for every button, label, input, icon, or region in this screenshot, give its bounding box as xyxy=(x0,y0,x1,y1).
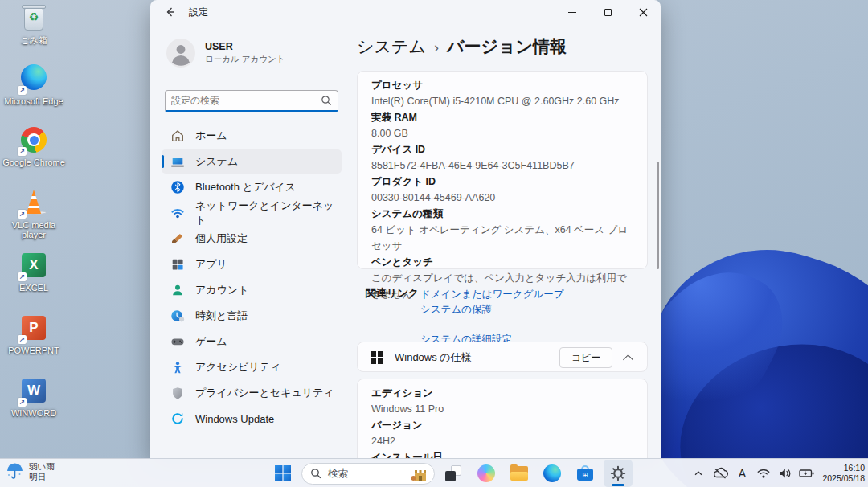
spec-label: デバイス ID xyxy=(371,141,636,158)
nav-label: 個人用設定 xyxy=(195,231,248,246)
desktop-icon-label: Microsoft Edge xyxy=(2,96,66,106)
nav-item-system[interactable]: システム xyxy=(162,149,342,174)
device-specs-card: プロセッサ Intel(R) Core(TM) i5-4210M CPU @ 2… xyxy=(357,71,648,269)
copy-button[interactable]: コピー xyxy=(559,347,612,368)
desktop-icon-label: ごみ箱 xyxy=(2,35,66,45)
copilot-button[interactable] xyxy=(472,460,501,487)
weather-day: 明日 xyxy=(29,472,55,482)
system-icon xyxy=(170,154,185,169)
settings-search-input[interactable] xyxy=(171,92,316,109)
wifi-button[interactable] xyxy=(755,463,772,484)
shortcut-arrow-icon: ↗ xyxy=(18,272,27,281)
maximize-icon xyxy=(604,9,612,16)
spec-row: インストール日 xyxy=(371,449,636,458)
nav-item-bluetooth-devices[interactable]: Bluetooth とデバイス xyxy=(162,175,342,199)
desktop-icon-edge[interactable]: ↗ Microsoft Edge xyxy=(2,63,66,122)
tray-time: 16:10 xyxy=(822,463,865,473)
collapse-chevron-icon[interactable] xyxy=(623,354,633,365)
desktop-icon-label: WINWORD xyxy=(2,408,66,418)
task-view-icon xyxy=(445,465,461,481)
breadcrumb-separator: › xyxy=(434,39,439,55)
windows-spec-title: Windows の仕様 xyxy=(395,342,472,373)
desktop-icon-powerpoint[interactable]: P ↗ POWERPNT xyxy=(2,313,66,373)
weather-condition: 弱い雨 xyxy=(29,461,55,472)
link-domain-workgroup[interactable]: ドメインまたはワークグループ xyxy=(420,288,564,301)
edge-icon: ↗ xyxy=(19,64,48,95)
minimize-icon xyxy=(568,12,576,13)
back-button[interactable] xyxy=(158,2,181,22)
file-explorer-button[interactable] xyxy=(505,460,534,487)
nav-label: Bluetooth とデバイス xyxy=(195,180,296,194)
umbrella-rain-icon xyxy=(5,462,24,481)
user-account[interactable]: USER ローカル アカウント xyxy=(166,39,285,68)
back-arrow-icon xyxy=(163,6,176,18)
close-button[interactable] xyxy=(625,0,661,24)
settings-sidebar: USER ローカル アカウント ホーム xyxy=(150,24,351,458)
nav-item-windows-update[interactable]: Windows Update xyxy=(162,407,342,431)
windows-logo-icon xyxy=(371,351,383,364)
spec-row: プロセッサ Intel(R) Core(TM) i5-4210M CPU @ 2… xyxy=(371,77,636,109)
word-icon: W ↗ xyxy=(19,376,48,407)
account-type: ローカル アカウント xyxy=(205,54,285,65)
search-icon xyxy=(321,95,332,106)
battery-charging-icon xyxy=(799,468,815,479)
battery-button[interactable] xyxy=(799,463,815,484)
spec-value: 8.00 GB xyxy=(371,125,636,141)
taskbar-search-box[interactable]: 検索 xyxy=(301,463,435,485)
shortcut-arrow-icon: ↗ xyxy=(18,398,27,407)
nav-label: ゲーム xyxy=(195,334,227,349)
link-system-protection[interactable]: システムの保護 xyxy=(420,303,492,317)
desktop-icon-excel[interactable]: X ↗ EXCEL xyxy=(2,251,66,310)
related-links-section: 関連リンク ドメインまたはワークグループ システムの保護 システムの詳細設定 xyxy=(357,272,648,283)
spec-row: エディション Windows 11 Pro xyxy=(371,385,636,417)
tray-overflow-button[interactable] xyxy=(690,463,706,484)
settings-taskbar-button[interactable] xyxy=(604,460,633,487)
settings-gear-icon xyxy=(609,464,627,482)
shortcut-arrow-icon: ↗ xyxy=(18,86,27,95)
desktop-icon-vlc[interactable]: ↗ VLC media player xyxy=(2,188,66,248)
desktop-icon-recycle-bin[interactable]: ♻ ごみ箱 xyxy=(2,3,66,63)
nav-item-privacy-security[interactable]: プライバシーとセキュリティ xyxy=(162,381,342,405)
maximize-button[interactable] xyxy=(590,0,625,24)
spec-label: バージョン xyxy=(371,417,636,433)
breadcrumb-parent[interactable]: システム xyxy=(357,37,426,55)
ime-mode-button[interactable]: A xyxy=(734,463,750,484)
nav-item-time-language[interactable]: 時刻と言語 xyxy=(162,304,342,328)
close-icon xyxy=(639,8,648,17)
settings-search-box xyxy=(165,90,338,112)
user-name: USER xyxy=(205,41,285,52)
nav-label: アクセシビリティ xyxy=(195,360,280,374)
chrome-icon: ↗ xyxy=(19,125,48,156)
task-view-button[interactable] xyxy=(439,460,468,487)
content-scrollbar[interactable] xyxy=(657,162,659,269)
spec-label: プロダクト ID xyxy=(371,174,636,190)
nav-item-apps[interactable]: アプリ xyxy=(162,252,342,276)
nav-item-accounts[interactable]: アカウント xyxy=(162,278,342,302)
breadcrumb: システム›バージョン情報 xyxy=(357,35,567,58)
minimize-button[interactable] xyxy=(555,0,590,24)
clock[interactable]: 16:10 2025/05/18 xyxy=(822,463,865,484)
nav-item-network-internet[interactable]: ネットワークとインターネット xyxy=(162,201,342,225)
settings-window: 設定 USER ローカル アカウン xyxy=(150,0,661,458)
nav-label: ホーム xyxy=(195,129,227,143)
desktop-icon-word[interactable]: W ↗ WINWORD xyxy=(2,376,66,436)
edge-button[interactable] xyxy=(538,460,567,487)
recycle-bin-icon: ♻ xyxy=(19,3,48,34)
nav-item-accessibility[interactable]: アクセシビリティ xyxy=(162,355,342,379)
nav-item-gaming[interactable]: ゲーム xyxy=(162,329,342,354)
start-button[interactable] xyxy=(268,460,297,487)
windows-spec-header-card[interactable]: Windows の仕様 コピー xyxy=(357,342,648,372)
nav-item-home[interactable]: ホーム xyxy=(162,124,342,148)
ime-mode-indicator: A xyxy=(739,467,746,480)
nav-label: アカウント xyxy=(195,283,249,297)
microsoft-store-button[interactable]: ⊞ xyxy=(571,460,600,487)
desktop-icon-label: Google Chrome xyxy=(2,158,66,167)
weather-widget[interactable]: 弱い雨 明日 xyxy=(5,461,55,482)
spec-value: Windows 11 Pro xyxy=(371,401,636,417)
search-icon xyxy=(310,468,321,479)
nav-item-personalization[interactable]: 個人用設定 xyxy=(162,227,342,251)
volume-button[interactable] xyxy=(777,463,793,484)
taskbar-search-placeholder: 検索 xyxy=(328,467,348,481)
onedrive-status-button[interactable] xyxy=(712,463,728,484)
desktop-icon-chrome[interactable]: ↗ Google Chrome xyxy=(2,125,66,185)
